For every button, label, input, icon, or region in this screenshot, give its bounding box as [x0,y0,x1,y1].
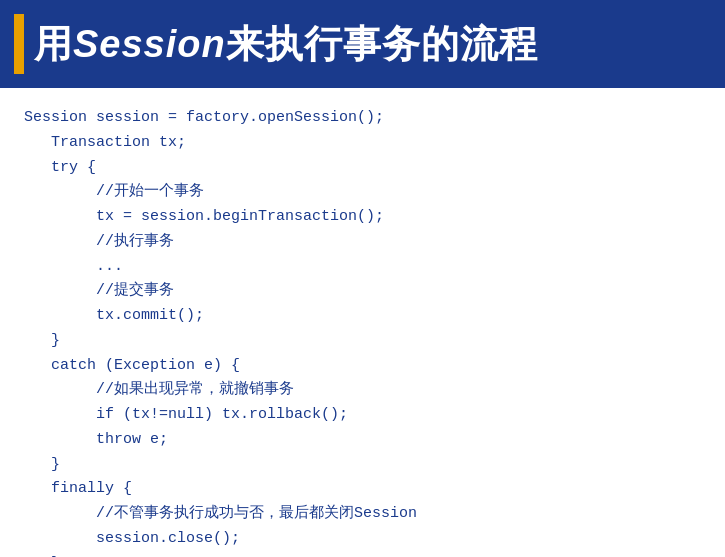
title-suffix: 来执行事务的流程 [226,23,538,65]
code-line-13: throw e; [24,428,701,453]
code-line-17: session.close(); [24,527,701,552]
code-block: Session session = factory.openSession();… [24,106,701,557]
content-area: Session session = factory.openSession();… [0,88,725,557]
title-prefix: 用 [34,23,73,65]
code-line-7: //提交事务 [24,279,701,304]
code-line-16: //不管事务执行成功与否，最后都关闭Session [24,502,701,527]
code-line-10: catch (Exception e) { [24,354,701,379]
code-line-5: //执行事务 [24,230,701,255]
code-line-0: Session session = factory.openSession(); [24,106,701,131]
code-line-12: if (tx!=null) tx.rollback(); [24,403,701,428]
code-line-4: tx = session.beginTransaction(); [24,205,701,230]
code-line-3: //开始一个事务 [24,180,701,205]
title-accent [14,14,24,74]
code-line-11: //如果出现异常，就撤销事务 [24,378,701,403]
slide-container: 用Session来执行事务的流程 Session session = facto… [0,0,725,557]
code-line-8: tx.commit(); [24,304,701,329]
title-text: 用Session来执行事务的流程 [34,19,538,70]
code-line-18: } [24,552,701,558]
code-line-15: finally { [24,477,701,502]
title-brand: Session [73,23,226,65]
title-bar: 用Session来执行事务的流程 [0,0,725,88]
code-line-9: } [24,329,701,354]
code-line-2: try { [24,156,701,181]
code-line-14: } [24,453,701,478]
code-line-6: ... [24,255,701,280]
code-line-1: Transaction tx; [24,131,701,156]
